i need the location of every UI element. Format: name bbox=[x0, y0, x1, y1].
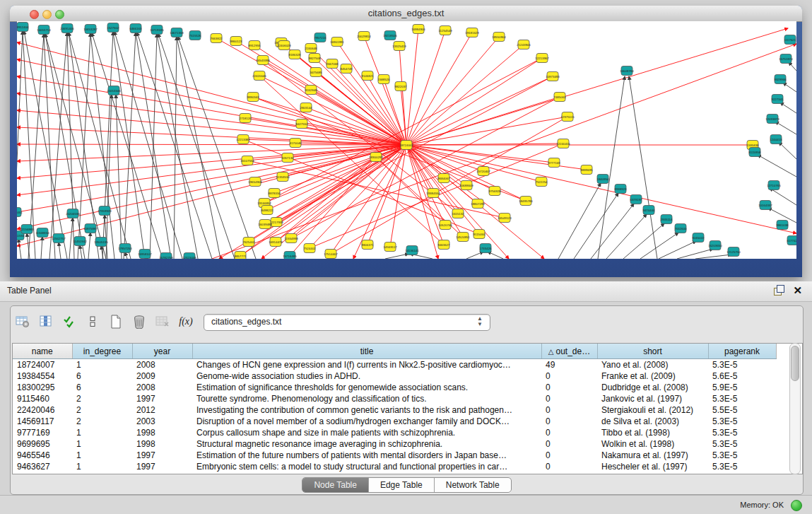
graph-node[interactable]: 15751874 bbox=[779, 54, 793, 64]
graph-node[interactable]: 1615132 bbox=[452, 209, 464, 218]
graph-node[interactable]: 10520746 bbox=[438, 221, 452, 230]
graph-node[interactable]: 6379197 bbox=[630, 195, 642, 204]
graph-node[interactable]: 11451942 bbox=[73, 237, 87, 246]
graph-node[interactable]: 9227341 bbox=[771, 95, 784, 104]
graph-node[interactable]: 16543398 bbox=[256, 56, 270, 65]
graph-node[interactable]: 2803144 bbox=[300, 103, 312, 112]
table-row[interactable]: 977716911998Corpus callosum shape and si… bbox=[13, 427, 776, 438]
graph-node[interactable]: 1840954 bbox=[596, 175, 609, 184]
graph-node[interactable]: 9115460 bbox=[473, 230, 486, 239]
graph-node[interactable]: 9245022 bbox=[692, 233, 705, 243]
graph-node[interactable]: 10975887 bbox=[83, 224, 98, 233]
table-row[interactable]: 1830029562008Estimation of significance … bbox=[13, 382, 776, 393]
trash-icon[interactable] bbox=[131, 314, 147, 329]
graph-node[interactable]: 12323448 bbox=[182, 253, 196, 259]
table-row[interactable]: 946554611997Estimation of the future num… bbox=[13, 450, 776, 461]
graph-node[interactable]: 12710765 bbox=[767, 181, 781, 190]
graph-node[interactable]: 16984906 bbox=[411, 25, 425, 34]
graph-node[interactable]: 1733426 bbox=[479, 244, 492, 253]
graph-node[interactable]: 9684067 bbox=[437, 174, 450, 183]
graph-node[interactable]: 12975115 bbox=[560, 112, 575, 122]
table-row[interactable]: 969969511998Structural magnetic resonanc… bbox=[13, 438, 776, 450]
graph-node[interactable]: 9827508 bbox=[308, 54, 321, 63]
graph-node[interactable]: 21243906 bbox=[517, 40, 531, 49]
graph-node[interactable]: 18300295 bbox=[369, 153, 383, 162]
graph-node[interactable]: 8912404 bbox=[17, 23, 29, 32]
graph-node[interactable]: 11254549 bbox=[438, 26, 452, 35]
graph-node[interactable]: 17514407 bbox=[324, 250, 338, 259]
graph-node[interactable]: 1244413 bbox=[770, 135, 782, 144]
graph-node[interactable]: 18495786 bbox=[519, 197, 533, 206]
scrollbar-thumb[interactable] bbox=[791, 346, 799, 381]
graph-node[interactable]: 10719185 bbox=[150, 25, 164, 35]
graph-node[interactable]: 18807299 bbox=[471, 199, 485, 209]
function-builder-button[interactable]: f(x) bbox=[178, 314, 194, 329]
table-column-settings-icon[interactable] bbox=[15, 314, 30, 329]
graph-node[interactable]: 10688609 bbox=[459, 181, 473, 190]
graph-node[interactable]: 17957253 bbox=[118, 244, 132, 253]
graph-node[interactable]: 11353534 bbox=[276, 173, 290, 182]
table-row[interactable]: 1456911722003Disruption of a novel membe… bbox=[13, 416, 776, 427]
graph-node[interactable]: 10653287 bbox=[83, 25, 98, 34]
graph-node[interactable]: 12125750 bbox=[726, 247, 741, 257]
graph-node[interactable]: 15720407 bbox=[476, 167, 490, 176]
graph-node[interactable]: 9860123 bbox=[230, 37, 242, 46]
graph-node[interactable]: 22406028 bbox=[277, 41, 291, 50]
new-document-icon[interactable] bbox=[108, 314, 124, 329]
tab-network-table[interactable]: Network Table bbox=[435, 478, 511, 492]
graph-node[interactable]: 9756928 bbox=[488, 187, 501, 196]
column-header-short[interactable]: short bbox=[597, 344, 708, 359]
graph-node[interactable]: 19181629 bbox=[465, 28, 479, 37]
graph-node[interactable]: 14569117 bbox=[383, 243, 397, 252]
graph-node[interactable]: 16901991 bbox=[330, 37, 344, 47]
table-selector-combobox[interactable]: citations_edges.txt ▲▼ bbox=[204, 314, 490, 331]
graph-node[interactable]: 9890563 bbox=[247, 93, 259, 102]
graph-node[interactable]: 14136141 bbox=[405, 246, 419, 255]
graph-node[interactable]: 7625402 bbox=[242, 238, 255, 247]
graph-node[interactable]: 3267130 bbox=[281, 153, 294, 163]
float-panel-icon[interactable] bbox=[774, 285, 784, 296]
graph-node[interactable]: 2667068 bbox=[326, 59, 339, 69]
graph-node[interactable]: 7515526 bbox=[189, 31, 201, 40]
graph-node[interactable]: 13505051 bbox=[17, 208, 23, 217]
graph-node[interactable]: 9777169 bbox=[548, 158, 560, 168]
graph-node[interactable]: 13325419 bbox=[392, 42, 406, 51]
graph-node[interactable]: 4170046 bbox=[289, 139, 302, 148]
table-vertical-scrollbar[interactable] bbox=[789, 343, 801, 474]
table-row[interactable]: 1938455462009Genome-wide association stu… bbox=[13, 370, 776, 382]
select-all-icon[interactable] bbox=[61, 314, 77, 329]
show-column-icon[interactable] bbox=[38, 314, 54, 329]
graph-node[interactable]: 16958107 bbox=[138, 250, 152, 259]
graph-node[interactable]: 8115958 bbox=[749, 148, 761, 157]
graph-node[interactable]: 20206536 bbox=[66, 209, 80, 218]
graph-node[interactable]: 9899695 bbox=[580, 165, 593, 175]
close-panel-icon[interactable]: ✕ bbox=[793, 285, 802, 296]
graph-node[interactable]: 6466163 bbox=[129, 24, 142, 33]
graph-node[interactable]: 7632600 bbox=[674, 224, 687, 233]
graph-node[interactable]: 16648784 bbox=[620, 66, 634, 76]
graph-node[interactable]: 12240416 bbox=[556, 139, 570, 148]
graph-node[interactable]: 11568834 bbox=[35, 228, 49, 238]
hub-node[interactable]: 18724007 bbox=[399, 141, 413, 150]
graph-node[interactable]: 6177428 bbox=[787, 236, 796, 245]
graph-node[interactable]: 10164337 bbox=[758, 201, 772, 210]
table-row[interactable]: 2242004622012Investigating the contribut… bbox=[13, 404, 776, 416]
graph-node[interactable]: 11554998 bbox=[284, 234, 298, 243]
graph-node[interactable]: 13505135 bbox=[94, 238, 108, 247]
graph-node[interactable]: 8938923 bbox=[614, 185, 627, 194]
network-graph[interactable]: 8912404140557142069140610653287152760264… bbox=[17, 21, 796, 259]
graph-node[interactable]: 16914479 bbox=[269, 238, 283, 247]
graph-node[interactable]: 19654908 bbox=[248, 177, 262, 187]
graph-node[interactable]: 1588520 bbox=[377, 75, 390, 84]
graph-node[interactable]: 15716485 bbox=[283, 252, 297, 259]
graph-node[interactable]: 20053346 bbox=[107, 86, 121, 95]
graph-node[interactable]: 1117621 bbox=[784, 35, 796, 45]
column-header-year[interactable]: year bbox=[132, 344, 192, 359]
column-header-pagerank[interactable]: pagerank bbox=[708, 344, 776, 359]
graph-node[interactable]: 20691406 bbox=[60, 24, 74, 33]
graph-node[interactable]: 12342757 bbox=[52, 234, 66, 243]
column-header-name[interactable]: name bbox=[13, 344, 72, 359]
graph-node[interactable]: 19384554 bbox=[426, 189, 440, 198]
graph-node[interactable]: 1527602 bbox=[107, 23, 119, 33]
graph-node[interactable]: 9242848 bbox=[305, 86, 317, 95]
